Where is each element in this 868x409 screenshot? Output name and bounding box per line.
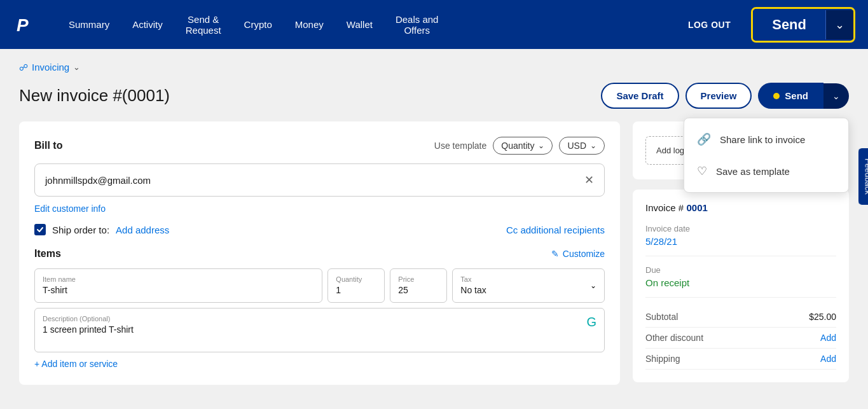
invoice-number-row: Invoice # 0001 xyxy=(645,202,836,214)
save-template-option[interactable]: ♡ Save as template xyxy=(684,155,848,187)
customize-link[interactable]: ✎ Customize xyxy=(551,249,605,259)
heart-icon: ♡ xyxy=(697,164,707,178)
tax-field[interactable]: Tax No tax ⌄ xyxy=(452,268,605,303)
send-chevron-button[interactable]: ⌄ xyxy=(823,83,849,109)
due-value: On receipt xyxy=(645,277,836,288)
nav-send-button[interactable]: Send xyxy=(753,9,825,41)
add-address-link[interactable]: Add address xyxy=(116,225,169,235)
nav-item-summary[interactable]: Summary xyxy=(57,13,121,36)
send-button-group: Send ⌄ xyxy=(758,83,849,109)
invoice-form: Bill to Use template Quantity ⌄ USD ⌄ jo… xyxy=(19,121,620,385)
page-content: ☍ Invoicing ⌄ New invoice #(0001) Save D… xyxy=(0,49,868,409)
add-item-link[interactable]: + Add item or service xyxy=(34,359,118,369)
email-row: johnmillspdx@gmail.com ✕ xyxy=(34,163,605,197)
shipping-label: Shipping xyxy=(645,354,680,364)
customer-email: johnmillspdx@gmail.com xyxy=(45,175,151,186)
nav-item-deals-offers[interactable]: Deals and Offers xyxy=(384,8,450,42)
due-row: Due On receipt xyxy=(645,265,836,298)
save-draft-button[interactable]: Save Draft xyxy=(601,83,679,109)
customize-pencil-icon: ✎ xyxy=(551,249,559,259)
subtotal-row: Subtotal $25.00 xyxy=(645,307,836,328)
preview-button[interactable]: Preview xyxy=(685,83,752,109)
header-actions: Save Draft Preview Send ⌄ 🔗 Share link t… xyxy=(601,83,849,109)
invoice-summary: Invoice # 0001 Invoice date 5/28/21 Due … xyxy=(633,190,849,382)
currency-dropdown-arrow: ⌄ xyxy=(590,141,596,150)
nav-item-wallet[interactable]: Wallet xyxy=(335,13,384,36)
invoice-date-row: Invoice date 5/28/21 xyxy=(645,224,836,256)
description-label: Description (Optional) xyxy=(43,315,134,322)
breadcrumb: ☍ Invoicing ⌄ xyxy=(19,62,849,73)
nav-items: Summary Activity Send & Request Crypto M… xyxy=(57,8,688,42)
edit-customer-link[interactable]: Edit customer info xyxy=(34,204,106,214)
invoicing-icon: ☍ xyxy=(19,62,28,73)
send-dropdown-menu: 🔗 Share link to invoice ♡ Save as templa… xyxy=(684,118,849,193)
price-label: Price xyxy=(398,275,439,283)
send-dot-indicator xyxy=(773,93,780,99)
discount-label: Other discount xyxy=(645,333,703,343)
tax-dropdown-arrow: ⌄ xyxy=(590,281,596,290)
invoice-number-label: Invoice # xyxy=(645,202,684,213)
page-header: New invoice #(0001) Save Draft Preview S… xyxy=(19,83,849,109)
items-header: Items ✎ Customize xyxy=(34,248,605,260)
tax-label: Tax xyxy=(460,275,486,283)
use-template-label: Use template xyxy=(434,141,486,151)
nav-item-activity[interactable]: Activity xyxy=(121,13,174,36)
nav-send-group: Send ⌄ xyxy=(751,7,855,43)
quantity-dropdown-arrow: ⌄ xyxy=(538,141,544,150)
description-value: 1 screen printed T-shirt xyxy=(43,324,134,335)
share-link-option[interactable]: 🔗 Share link to invoice xyxy=(684,123,848,155)
description-field[interactable]: Description (Optional) 1 screen printed … xyxy=(34,308,605,352)
currency-dropdown[interactable]: USD ⌄ xyxy=(559,137,605,155)
tax-value: No tax xyxy=(460,285,486,295)
quantity-template-dropdown[interactable]: Quantity ⌄ xyxy=(493,137,553,155)
nav-send-chevron-button[interactable]: ⌄ xyxy=(825,10,853,39)
price-field[interactable]: Price 25 xyxy=(390,268,447,303)
cc-recipients-link[interactable]: Cc additional recipients xyxy=(506,225,605,235)
item-name-label: Item name xyxy=(43,275,314,283)
nav-item-crypto[interactable]: Crypto xyxy=(233,13,284,36)
nav-item-money[interactable]: Money xyxy=(284,13,335,36)
invoice-date-value: 5/28/21 xyxy=(645,236,836,247)
items-label: Items xyxy=(34,248,61,260)
breadcrumb-link[interactable]: Invoicing xyxy=(32,62,69,73)
item-row: Item name T-shirt Quantity 1 Price 25 Ta… xyxy=(34,268,605,303)
send-main-button[interactable]: Send xyxy=(758,83,823,109)
page-title: New invoice #(0001) xyxy=(19,86,170,106)
nav-right: LOG OUT Send ⌄ xyxy=(688,7,855,43)
item-name-field[interactable]: Item name T-shirt xyxy=(34,268,322,303)
subtotal-value: $25.00 xyxy=(809,312,836,322)
ship-order-label: Ship order to: xyxy=(52,225,109,235)
invoice-date-label: Invoice date xyxy=(645,224,836,233)
ship-order-left: Ship order to: Add address xyxy=(34,224,169,235)
shipping-row: Shipping Add xyxy=(645,349,836,370)
shipping-add-link[interactable]: Add xyxy=(820,354,836,364)
bill-to-right: Use template Quantity ⌄ USD ⌄ xyxy=(434,137,605,155)
discount-add-link[interactable]: Add xyxy=(820,333,836,343)
ship-order-row: Ship order to: Add address Cc additional… xyxy=(34,224,605,235)
logout-button[interactable]: LOG OUT xyxy=(688,20,731,30)
quantity-label: Quantity xyxy=(336,275,376,283)
breadcrumb-chevron-icon: ⌄ xyxy=(73,62,80,72)
paypal-logo[interactable]: P xyxy=(13,12,38,38)
price-value: 25 xyxy=(398,285,408,295)
remove-email-button[interactable]: ✕ xyxy=(584,173,594,187)
ship-order-checkbox[interactable] xyxy=(34,224,46,235)
due-label: Due xyxy=(645,265,836,275)
invoice-number-value: 0001 xyxy=(687,202,708,213)
nav-item-send-request[interactable]: Send & Request xyxy=(174,8,233,42)
bill-to-header: Bill to Use template Quantity ⌄ USD ⌄ xyxy=(34,137,605,155)
feedback-tab[interactable]: Feedback xyxy=(858,148,869,204)
item-name-value: T-shirt xyxy=(43,285,67,295)
grammarly-icon: G xyxy=(586,315,596,329)
subtotal-label: Subtotal xyxy=(645,312,678,322)
discount-row: Other discount Add xyxy=(645,328,836,349)
quantity-field[interactable]: Quantity 1 xyxy=(327,268,385,303)
bill-to-label: Bill to xyxy=(34,140,62,151)
link-icon: 🔗 xyxy=(697,132,711,146)
top-navigation: P Summary Activity Send & Request Crypto… xyxy=(0,0,868,49)
svg-text:P: P xyxy=(17,15,29,35)
quantity-value: 1 xyxy=(336,285,341,295)
